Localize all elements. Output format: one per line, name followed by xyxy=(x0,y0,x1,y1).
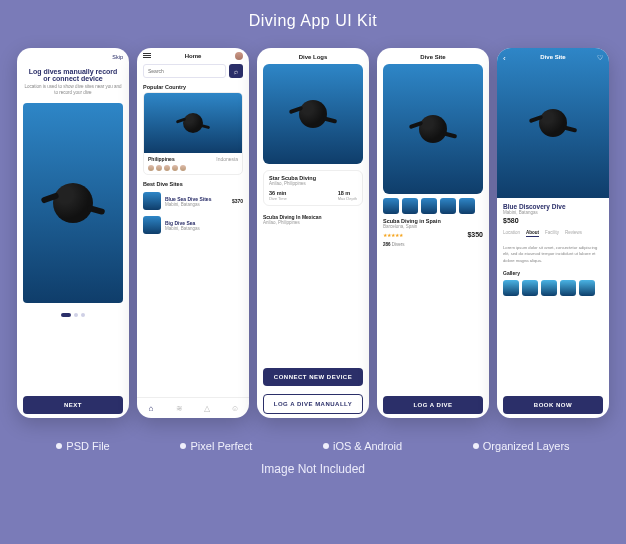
feature-item: PSD File xyxy=(56,440,109,452)
diver-icon xyxy=(183,113,203,133)
site-meta-row: 286 Divers xyxy=(377,240,489,249)
detail-tabs: Location About Facility Reviews xyxy=(497,226,609,241)
country-card[interactable]: Philippines Indonesia xyxy=(143,92,243,175)
pager-dot xyxy=(74,313,78,317)
stat-label: Divers xyxy=(392,242,405,247)
gallery-row xyxy=(497,278,609,298)
thumbnail-row xyxy=(377,194,489,218)
site-list-item[interactable]: Big Dive Sea Mabini, Batangas xyxy=(137,213,249,237)
site-list-item[interactable]: Blue Sea Dive Sites Mabini, Batangas $37… xyxy=(137,189,249,213)
gallery-thumb[interactable] xyxy=(541,280,557,296)
log-dive-button[interactable]: LOG A DIVE xyxy=(383,396,483,414)
onboard-hero-image xyxy=(23,103,123,303)
screens-row: Skip Log dives manually record or connec… xyxy=(17,48,609,418)
pager-dots xyxy=(17,313,129,317)
site-location: Mabini, Batangas xyxy=(165,202,228,207)
feature-label: Organized Layers xyxy=(483,440,570,452)
search-row: ⌕ xyxy=(137,64,249,82)
bullet-icon xyxy=(180,443,186,449)
next-button[interactable]: NEXT xyxy=(23,396,123,414)
best-sites-label: Best Dive Sites xyxy=(137,179,249,189)
bullet-icon xyxy=(323,443,329,449)
mini-log-location: Anilao, Philippines xyxy=(263,220,363,225)
home-header: Home xyxy=(137,48,249,64)
site-location: Mabini, Batangas xyxy=(165,226,243,231)
gallery-thumb[interactable] xyxy=(560,280,576,296)
stat-label: Max Depth xyxy=(338,196,357,201)
connect-device-button[interactable]: CONNECT NEW DEVICE xyxy=(263,368,363,386)
profile-avatar[interactable] xyxy=(235,52,243,60)
site-title: Dive Site xyxy=(420,54,445,60)
diver-icon xyxy=(419,115,447,143)
back-icon[interactable]: ‹ xyxy=(503,54,506,63)
diver-icon xyxy=(539,109,567,137)
book-now-button[interactable]: BOOK NOW xyxy=(503,396,603,414)
site-thumb[interactable] xyxy=(383,198,399,214)
stat-value: 286 xyxy=(383,242,391,247)
site-thumb[interactable] xyxy=(440,198,456,214)
country-name: Philippines xyxy=(148,156,175,162)
pager-dot xyxy=(81,313,85,317)
heart-icon[interactable]: ♡ xyxy=(597,54,603,62)
onboard-subtitle: Location is used to show dive sites near… xyxy=(17,84,129,103)
image-disclaimer: Image Not Included xyxy=(261,462,365,476)
detail-hero-image: ‹ Dive Site ♡ ▶ xyxy=(497,48,609,198)
tab-alerts-icon[interactable]: △ xyxy=(202,403,212,413)
detail-name: Blue Discovery Dive xyxy=(497,198,609,210)
rating-stars: ★★★★★ xyxy=(383,232,403,238)
detail-price: $580 xyxy=(497,215,609,226)
mini-log-name: Scuba Diving In Mexican xyxy=(263,210,363,220)
diver-icon xyxy=(53,183,93,223)
tab-bar: ⌂ ≋ △ ☺ xyxy=(137,397,249,418)
site-hero-image xyxy=(383,64,483,194)
feature-item: Organized Layers xyxy=(473,440,570,452)
stat-label: Dive Time xyxy=(269,196,287,201)
site-thumb[interactable] xyxy=(421,198,437,214)
diver-icon xyxy=(299,100,327,128)
tab-about[interactable]: About xyxy=(526,230,539,237)
feature-label: PSD File xyxy=(66,440,109,452)
site-thumb xyxy=(143,192,161,210)
menu-icon[interactable] xyxy=(143,52,151,60)
log-manually-button[interactable]: LOG A DIVE MANUALLY xyxy=(263,394,363,414)
screen-site-detail: ‹ Dive Site ♡ ▶ Blue Discovery Dive Mabi… xyxy=(497,48,609,418)
onboard-title: Log dives manually record or connect dev… xyxy=(17,64,129,84)
tab-reviews[interactable]: Reviews xyxy=(565,230,582,237)
tab-location[interactable]: Location xyxy=(503,230,520,237)
country-image xyxy=(144,93,242,153)
detail-title-bar: Dive Site xyxy=(540,54,565,60)
gallery-thumb[interactable] xyxy=(503,280,519,296)
site-thumb[interactable] xyxy=(402,198,418,214)
log-card[interactable]: Star Scuba Diving Anilao, Philippines 36… xyxy=(263,170,363,206)
gallery-label: Gallery xyxy=(497,268,609,278)
page-title: Diving App UI Kit xyxy=(249,12,378,30)
tab-profile-icon[interactable]: ☺ xyxy=(230,403,240,413)
site-thumb[interactable] xyxy=(459,198,475,214)
skip-button[interactable]: Skip xyxy=(112,54,123,60)
screen-onboarding: Skip Log dives manually record or connec… xyxy=(17,48,129,418)
search-button[interactable]: ⌕ xyxy=(229,64,243,78)
logs-title: Dive Logs xyxy=(299,54,328,60)
log-location: Anilao, Philippines xyxy=(269,181,357,186)
country-name-secondary: Indonesia xyxy=(216,156,238,162)
tab-home-icon[interactable]: ⌂ xyxy=(146,403,156,413)
feature-label: Pixel Perfect xyxy=(190,440,252,452)
site-price: $370 xyxy=(232,198,243,204)
onboard-header: Skip xyxy=(17,48,129,64)
log-hero-image xyxy=(263,64,363,164)
screen-home: Home ⌕ Popular Country Philippines Indon… xyxy=(137,48,249,418)
search-input[interactable] xyxy=(143,64,226,78)
bullet-icon xyxy=(473,443,479,449)
feature-label: iOS & Android xyxy=(333,440,402,452)
log-stats: 36 minDive Time 18 mMax Depth xyxy=(269,190,357,201)
screen-dive-site: Dive Site Scuba Diving in Spain Barcelon… xyxy=(377,48,489,418)
logs-header: Dive Logs xyxy=(257,48,369,64)
tab-facility[interactable]: Facility xyxy=(545,230,559,237)
home-title: Home xyxy=(151,53,235,59)
pager-dot-active xyxy=(61,313,71,317)
member-avatars xyxy=(144,165,242,174)
gallery-thumb[interactable] xyxy=(522,280,538,296)
gallery-thumb[interactable] xyxy=(579,280,595,296)
tab-fins-icon[interactable]: ≋ xyxy=(174,403,184,413)
feature-item: Pixel Perfect xyxy=(180,440,252,452)
